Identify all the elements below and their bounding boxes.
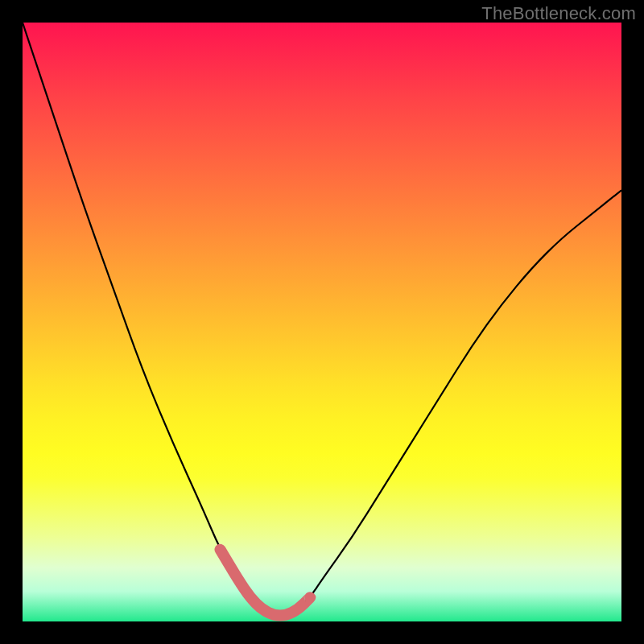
trough-highlight (221, 550, 311, 616)
bottleneck-curve (23, 23, 621, 616)
plot-area (23, 23, 621, 621)
watermark-text: TheBottleneck.com (481, 3, 636, 24)
chart-frame: TheBottleneck.com (0, 0, 644, 644)
curve-layer (23, 23, 621, 621)
